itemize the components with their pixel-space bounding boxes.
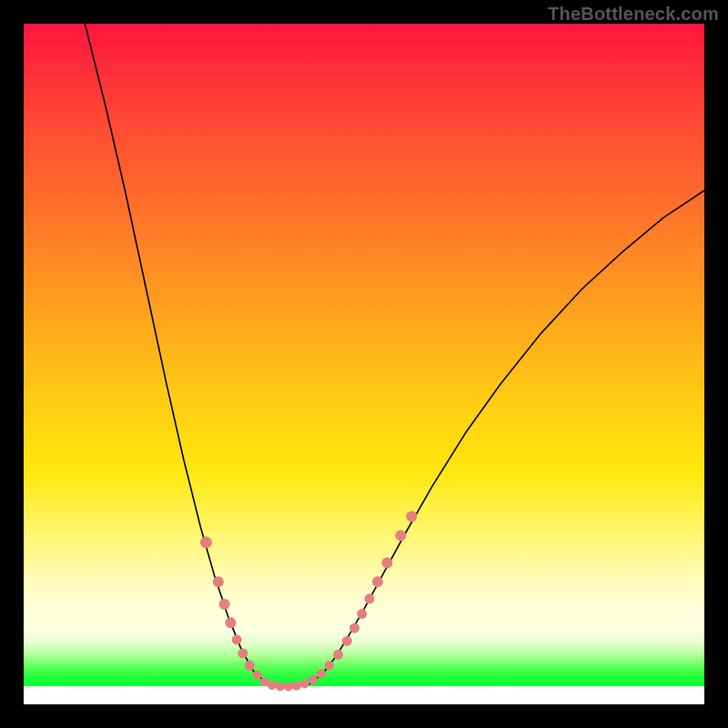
marker-dot [300, 680, 309, 689]
marker-dot [357, 609, 367, 619]
marker-dot [381, 557, 392, 568]
marker-dot [238, 648, 248, 658]
watermark-text: TheBottleneck.com [548, 4, 719, 25]
marker-dot [364, 594, 374, 604]
marker-dot [219, 599, 230, 610]
plot-area [24, 24, 704, 704]
marker-dot [395, 530, 406, 541]
chart-svg [24, 24, 704, 704]
marker-dot [200, 536, 212, 548]
marker-dot [276, 682, 285, 692]
marker-dot [372, 576, 383, 587]
marker-dot [268, 681, 277, 690]
bottleneck-curve [85, 24, 704, 687]
marker-dot [284, 682, 293, 692]
marker-dot [325, 661, 334, 670]
marker-dot [213, 576, 224, 587]
marker-dot [342, 636, 352, 646]
marker-dot [245, 661, 255, 671]
marker-dot [232, 634, 242, 644]
marker-dot [253, 671, 262, 680]
chart-frame: TheBottleneck.com [0, 0, 728, 728]
marker-dot [317, 669, 326, 678]
marker-dot [292, 682, 301, 691]
marker-dot [225, 617, 236, 628]
marker-dot [406, 511, 417, 522]
marker-dot [333, 650, 343, 660]
marker-group [200, 511, 417, 692]
marker-dot [349, 623, 359, 633]
marker-dot [308, 675, 318, 684]
